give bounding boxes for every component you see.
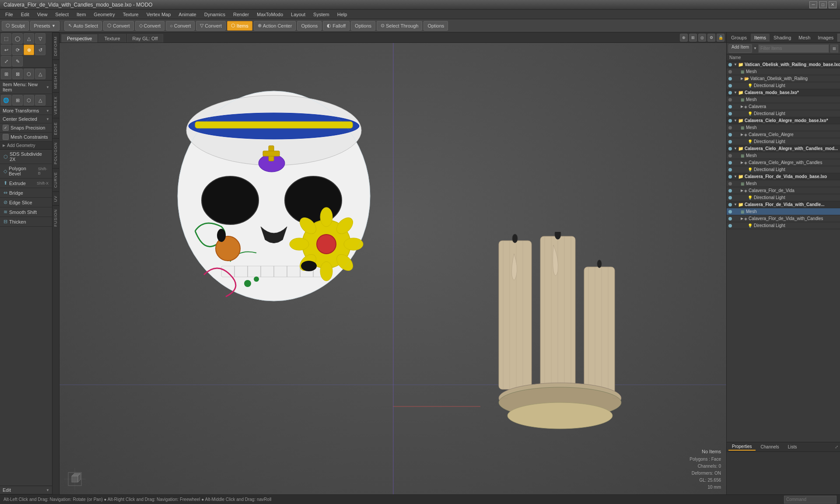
menu-edit[interactable]: Edit [18, 11, 33, 18]
vert-label-polygon[interactable]: Polygon [52, 138, 59, 168]
auto-select-button[interactable]: ↖ Auto Select [64, 21, 102, 31]
tree-item-17[interactable]: ▦ Mesh [727, 180, 840, 187]
tool-snap-button[interactable]: ⬡ [24, 95, 34, 105]
tree-item-22[interactable]: ▶ ◈ Calavera_Flor_de_Vida_with_Candles [727, 215, 840, 222]
prop-tab-properties[interactable]: Properties [728, 443, 756, 451]
tree-item-10[interactable]: ▶ ◈ Calavera_Cielo_Alegre [727, 131, 840, 138]
tool-redo-button[interactable]: ⟳ [12, 45, 23, 55]
filter-icon[interactable]: ⊞ [830, 45, 838, 52]
tool-extra-4[interactable]: △ [35, 69, 46, 79]
tree-item-12[interactable]: ▼ 📁 Calavera_Cielo_Alegre_with_Candles_m… [727, 145, 840, 152]
menu-file[interactable]: File [2, 11, 17, 18]
tool-align-button[interactable]: △ [35, 95, 46, 105]
prop-tab-channels[interactable]: Channels [757, 444, 783, 450]
menu-vertex-map[interactable]: Vertex Map [143, 11, 175, 18]
filter-items-input[interactable] [758, 44, 829, 53]
minimize-button[interactable]: ─ [809, 1, 817, 8]
tree-item-5[interactable]: ▦ Mesh [727, 96, 840, 103]
tool-grid-button[interactable]: ⊞ [12, 95, 23, 105]
close-button[interactable]: ✕ [829, 1, 836, 8]
tool-pen-button[interactable]: ✎ [12, 56, 23, 66]
tool-undo-button[interactable]: ↩ [1, 45, 11, 55]
tool-world-button[interactable]: 🌐 [1, 95, 11, 105]
tree-item-8[interactable]: ▼ 📁 Calavera_Cielo_Alegre_modo_base.lxo* [727, 117, 840, 124]
add-geometry-header[interactable]: Add Geometry [0, 142, 52, 150]
menu-select[interactable]: Select [52, 11, 72, 18]
action-center-button[interactable]: ⊕ Action Center [254, 21, 296, 31]
tool-paint-button[interactable]: ▽ [35, 33, 46, 44]
select-through-button[interactable]: ⊙ Select Through [377, 21, 422, 31]
tab-groups[interactable]: Groups [728, 34, 750, 42]
snaps-precision-item[interactable]: ✓ Snaps Precision [0, 123, 52, 133]
bridge-button[interactable]: ⇔ Bridge [0, 188, 52, 198]
tree-item-16[interactable]: ▼ 📁 Calavera_Flor_de_Vida_modo_base.lxo [727, 173, 840, 180]
tool-circle-button[interactable]: ◯ [12, 33, 23, 44]
tool-move-button[interactable]: ⊕ [24, 45, 34, 55]
viewport-tab-perspective[interactable]: Perspective [61, 34, 98, 42]
viewport-canvas[interactable]: No Items Polygons : Face Channels: 0 Def… [60, 43, 726, 494]
menu-maxtomodo[interactable]: MaxToModo [253, 11, 287, 18]
tool-lasso-button[interactable]: △ [24, 33, 34, 44]
sculpt-button[interactable]: ⬡ Sculpt [2, 21, 29, 31]
falloff-button[interactable]: ◐ Falloff [323, 21, 350, 31]
convert-button-3[interactable]: ○ Convert [166, 21, 195, 31]
vert-label-mesh-edit[interactable]: Mesh Edit [52, 60, 59, 92]
more-transforms-dropdown[interactable]: More Transforms ▼ [0, 107, 52, 115]
viewport-grid-button[interactable]: ⊞ [689, 34, 697, 42]
convert-button-2[interactable]: ◇ Convert [135, 21, 165, 31]
items-button[interactable]: ⬡ Items [227, 21, 252, 31]
vert-label-curve[interactable]: Curve [52, 168, 59, 191]
tree-item-2[interactable]: ▶ 📂 Vatican_Obelisk_with_Railing [727, 75, 840, 82]
options-button-1[interactable]: Options [297, 21, 322, 31]
tree-item-9[interactable]: ▦ Mesh [727, 124, 840, 131]
tool-select-button[interactable]: ⬚ [1, 33, 11, 44]
options-button-2[interactable]: Options [351, 21, 375, 31]
tab-mesh[interactable]: Mesh [795, 34, 814, 42]
vert-label-deform[interactable]: Deform [52, 32, 59, 60]
tree-item-18[interactable]: ▶ ◈ Calavera_Flor_de_Vida [727, 187, 840, 194]
tree-item-20[interactable]: ▼ 📁 Calavera_Flor_de_Vida_with_Candle... [727, 201, 840, 208]
thicken-button[interactable]: ⊟ Thicken [0, 217, 52, 227]
convert-button-4[interactable]: ▽ Convert [196, 21, 226, 31]
presets-button[interactable]: Presets ▼ [30, 21, 60, 31]
menu-help[interactable]: Help [334, 11, 351, 18]
center-selected-dropdown[interactable]: Center Selected ▼ [0, 115, 52, 123]
add-item-arrow[interactable]: ▼ [753, 46, 757, 50]
tab-images[interactable]: Images [814, 34, 837, 42]
smooth-shift-button[interactable]: ≋ Smooth Shift [0, 207, 52, 217]
extrude-button[interactable]: ⬆ Extrude Shift-X [0, 178, 52, 188]
menu-layout[interactable]: Layout [287, 11, 309, 18]
tree-item-13[interactable]: ▦ Mesh [727, 152, 840, 159]
maximize-button[interactable]: □ [819, 1, 827, 8]
viewport-camera-button[interactable]: ⊕ [680, 34, 688, 42]
tree-item-23[interactable]: 💡 Directional Light [727, 222, 840, 229]
menu-animate[interactable]: Animate [175, 11, 200, 18]
tool-extra-1[interactable]: ⊞ [1, 69, 11, 79]
viewport-settings-button[interactable]: ⚙ [707, 34, 715, 42]
tree-item-0[interactable]: ▼ 📁 Vatican_Obelisk_with_Railing_modo_ba… [727, 61, 840, 68]
tool-scale-button[interactable]: ⤢ [1, 56, 11, 66]
viewport-tab-raygl[interactable]: Ray GL: Off [127, 34, 164, 42]
add-item-button[interactable]: Add Item [728, 44, 752, 53]
prop-expand-button[interactable]: ⤢ [835, 444, 838, 449]
tool-rotate-button[interactable]: ↺ [35, 45, 46, 55]
tab-shading[interactable]: Shading [770, 34, 794, 42]
polygon-bevel-button[interactable]: ◇ Polygon Bevel Shift-B [0, 164, 52, 178]
tree-item-7[interactable]: 💡 Directional Light [727, 110, 840, 117]
tree-item-21[interactable]: ▦ Mesh [727, 208, 840, 215]
viewport-tab-texture[interactable]: Texture [98, 34, 126, 42]
command-input[interactable] [784, 496, 836, 504]
tree-item-11[interactable]: 💡 Directional Light [727, 138, 840, 145]
tree-item-15[interactable]: 💡 Directional Light [727, 166, 840, 173]
menu-texture[interactable]: Texture [119, 11, 142, 18]
menu-view[interactable]: View [34, 11, 51, 18]
tool-extra-3[interactable]: ⬡ [24, 69, 34, 79]
menu-render[interactable]: Render [230, 11, 252, 18]
tree-item-19[interactable]: 💡 Directional Light [727, 194, 840, 201]
tree-item-14[interactable]: ▶ ◈ Calavera_Cielo_Alegre_with_Candles [727, 159, 840, 166]
tree-item-3[interactable]: 💡 Directional Light [727, 82, 840, 89]
right-panel-icon-1[interactable]: + [837, 34, 840, 42]
tree-item-4[interactable]: ▼ 📁 Calavera_modo_base.lxo* [727, 89, 840, 96]
items-tree[interactable]: ▼ 📁 Vatican_Obelisk_with_Railing_modo_ba… [727, 61, 840, 442]
edge-slice-button[interactable]: ⊘ Edge Slice [0, 198, 52, 207]
